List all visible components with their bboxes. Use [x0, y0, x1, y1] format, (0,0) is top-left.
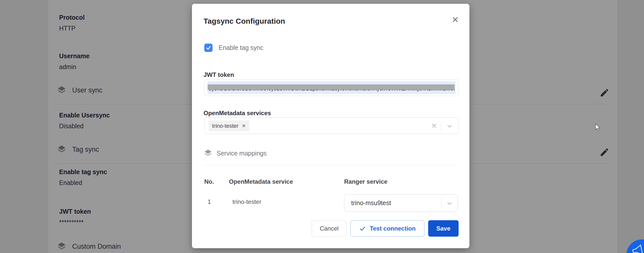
ranger-service-dropdown[interactable]: trino-msu9test [344, 194, 458, 212]
enable-tag-sync-checkbox[interactable] [204, 44, 213, 52]
chip-remove-icon[interactable]: ✕ [242, 123, 246, 129]
cancel-button[interactable]: Cancel [312, 220, 347, 237]
row-number: 1 [208, 198, 211, 205]
save-button[interactable]: Save [428, 220, 459, 237]
select-divider [441, 198, 441, 208]
jwt-token-input[interactable]: eyJhbGciOiJIUzUxMiJ9.eyJzdWIiOiJhZG1pbiI… [204, 79, 459, 96]
tagsync-configuration-modal: Tagsync Configuration ✕ Enable tag sync … [192, 4, 469, 248]
service-mappings-label: Service mappings [217, 150, 267, 157]
mouse-cursor [594, 123, 601, 131]
col-header-ranger-service: Ranger service [344, 178, 387, 185]
service-chip: trino-tester ✕ [209, 120, 249, 131]
jwt-token-label: JWT token [204, 71, 234, 78]
chevron-down-icon[interactable] [446, 200, 453, 207]
chevron-down-icon[interactable] [446, 123, 453, 130]
enable-tag-sync-label: Enable tag sync [219, 44, 263, 51]
openmetadata-services-select[interactable]: trino-tester ✕ ✕ [204, 117, 459, 134]
screen: Protocol HTTP Username admin User sync E… [0, 0, 644, 253]
divider [204, 165, 459, 165]
select-divider [441, 121, 441, 131]
layers-icon [204, 149, 213, 158]
modal-title: Tagsync Configuration [204, 17, 285, 25]
row-openmetadata-service: trino-tester [232, 198, 261, 205]
service-chip-label: trino-tester [212, 123, 238, 129]
close-icon[interactable]: ✕ [452, 15, 459, 24]
input-scrollbar[interactable] [208, 84, 455, 90]
service-mappings-header: Service mappings [204, 149, 267, 158]
openmetadata-services-label: OpenMetadata services [204, 110, 271, 117]
enable-tag-sync-row: Enable tag sync [204, 44, 263, 52]
ranger-service-value: trino-msu9test [351, 199, 391, 207]
col-header-no: No. [204, 178, 214, 185]
megaphone-icon [630, 242, 644, 253]
test-connection-button[interactable]: Test connection [350, 220, 424, 237]
clear-selection-icon[interactable]: ✕ [431, 122, 437, 130]
check-icon [359, 225, 366, 232]
col-header-openmetadata-service: OpenMetadata service [229, 178, 293, 185]
checkmark-icon [206, 45, 212, 51]
test-connection-label: Test connection [370, 225, 416, 232]
